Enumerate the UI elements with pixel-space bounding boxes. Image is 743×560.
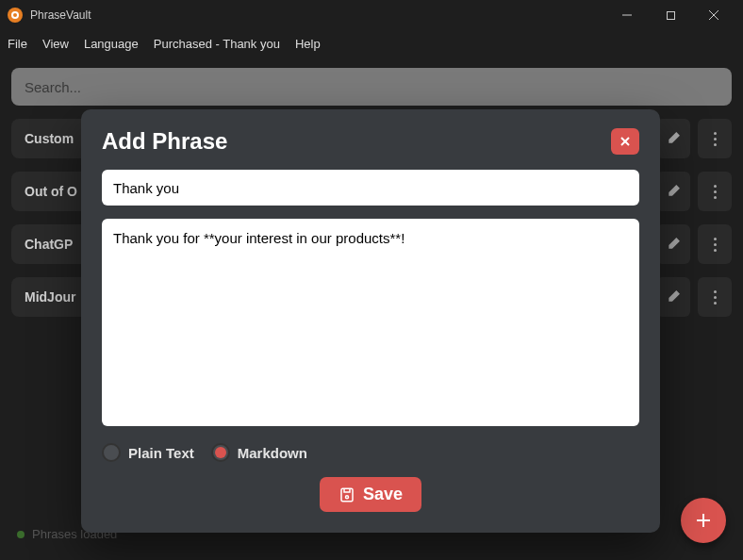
plus-icon xyxy=(694,511,713,530)
more-button[interactable] xyxy=(698,172,732,211)
menu-view[interactable]: View xyxy=(42,37,69,51)
phrase-label: MidJour xyxy=(25,289,75,305)
edit-button[interactable] xyxy=(656,277,690,317)
edit-button[interactable] xyxy=(656,119,690,158)
close-icon xyxy=(619,136,631,147)
titlebar: PhraseVault xyxy=(0,0,743,30)
radio-icon xyxy=(211,443,230,462)
phrase-label: Out of O xyxy=(25,184,77,199)
radio-label: Markdown xyxy=(238,445,307,461)
modal-title: Add Phrase xyxy=(102,128,227,155)
status-indicator-icon xyxy=(17,531,25,538)
kebab-icon xyxy=(714,132,717,146)
radio-icon xyxy=(102,443,121,462)
app-icon xyxy=(8,8,23,23)
svg-point-11 xyxy=(345,495,348,498)
radio-label: Plain Text xyxy=(128,445,194,461)
menu-help[interactable]: Help xyxy=(295,37,321,51)
radio-markdown[interactable]: Markdown xyxy=(211,443,307,462)
menu-file[interactable]: File xyxy=(8,37,27,51)
menu-language[interactable]: Language xyxy=(84,37,139,51)
kebab-icon xyxy=(714,185,717,199)
svg-point-1 xyxy=(13,13,17,17)
more-button[interactable] xyxy=(698,277,732,317)
add-phrase-modal: Add Phrase Plain Text Markdown Save xyxy=(81,109,660,533)
window-maximize-button[interactable] xyxy=(649,0,692,30)
radio-plain-text[interactable]: Plain Text xyxy=(102,443,194,462)
search-input[interactable] xyxy=(11,68,732,106)
kebab-icon xyxy=(714,238,717,252)
save-icon xyxy=(338,486,355,503)
save-button-label: Save xyxy=(363,485,403,504)
format-radio-group: Plain Text Markdown xyxy=(102,443,639,462)
edit-button[interactable] xyxy=(656,224,690,264)
phrase-label: Custom xyxy=(25,131,74,146)
more-button[interactable] xyxy=(698,119,732,158)
svg-rect-3 xyxy=(667,11,674,19)
more-button[interactable] xyxy=(698,224,732,264)
window-close-button[interactable] xyxy=(692,0,735,30)
menu-purchased[interactable]: Purchased - Thank you xyxy=(154,37,280,51)
phrase-title-input[interactable] xyxy=(102,170,639,206)
edit-button[interactable] xyxy=(656,172,690,211)
window-minimize-button[interactable] xyxy=(605,0,649,30)
kebab-icon xyxy=(714,290,717,305)
modal-close-button[interactable] xyxy=(611,128,639,155)
menubar: File View Language Purchased - Thank you… xyxy=(0,30,743,57)
phrase-label: ChatGP xyxy=(25,237,73,252)
phrase-body-textarea[interactable] xyxy=(102,219,639,426)
app-title: PhraseVault xyxy=(30,8,605,22)
save-button[interactable]: Save xyxy=(320,477,421,512)
add-phrase-fab[interactable] xyxy=(681,498,726,543)
